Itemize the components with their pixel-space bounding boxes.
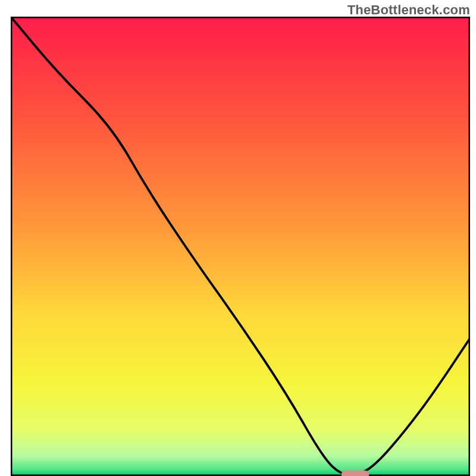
gradient-background xyxy=(11,17,470,476)
optimal-range-marker xyxy=(342,471,369,476)
chart-svg xyxy=(11,17,470,476)
chart-plot-area xyxy=(11,17,470,476)
watermark-text: TheBottleneck.com xyxy=(347,2,470,18)
